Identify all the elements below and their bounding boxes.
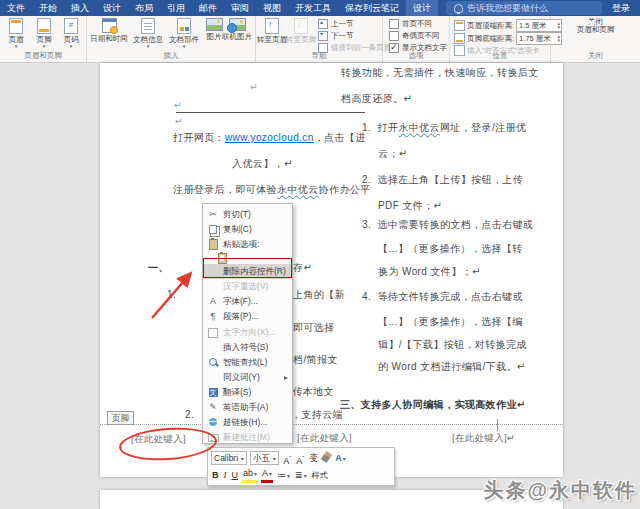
doc-right-item-1: 1. 打开永中优云网址，登录/注册优 (362, 121, 526, 135)
clipboard-icon (206, 237, 220, 252)
previous-section-button[interactable]: 上一节 (318, 19, 354, 29)
quick-parts-button[interactable]: 文档部件 (167, 18, 201, 48)
go-to-footer-icon (294, 18, 308, 34)
group-label-insert: 插入 (87, 51, 255, 61)
footer-placeholder-right[interactable]: [在此处键入]↵ (452, 432, 515, 445)
footer-button[interactable]: 页脚 (29, 18, 59, 48)
group-navigation: 转至页眉 转至页脚 上一节 下一节 链接到前一条页眉 导航 (256, 16, 383, 62)
menu-item-translate[interactable]: 文 翻译(S) (203, 385, 292, 400)
menu-item-text-direction[interactable]: 文字方向(X)... (203, 325, 292, 340)
tab-header-footer-design-active[interactable]: 设计 (406, 0, 438, 16)
group-header-footer: 页眉 页脚 页码 页眉和页脚 (0, 16, 87, 62)
menu-item-cut[interactable]: ✂ 剪切(T) (203, 207, 292, 222)
document-info-button[interactable]: 文档信息 (131, 18, 165, 48)
group-label-position: 位置 (450, 51, 550, 61)
tell-me-label: 告诉我您想要做什么 (467, 2, 548, 15)
tab-mailings[interactable]: 邮件 (192, 0, 224, 16)
doc-right-item-4-line-3: 辑】/【下载】按钮，对转换完成 (378, 338, 527, 352)
page-number-button[interactable]: 页码 (56, 18, 86, 48)
font-name-select[interactable]: Calibri (211, 451, 247, 465)
header-button[interactable]: 页眉 (1, 18, 31, 48)
tab-developer[interactable]: 开发工具 (288, 0, 338, 16)
tab-save-to-cloud-notes[interactable]: 保存到云笔记 (338, 0, 406, 16)
bullet-list-button[interactable]: ≔ (276, 469, 291, 482)
styles-button[interactable]: 样式 (311, 469, 329, 482)
go-to-header-button[interactable]: 转至页眉 (257, 18, 287, 44)
online-pictures-button[interactable]: 联机图片 (220, 18, 254, 41)
shrink-font-button[interactable]: Aˇ (295, 452, 305, 465)
bold-button[interactable]: B (211, 469, 220, 482)
different-odd-even-checkbox[interactable]: 奇偶页不同 (389, 31, 440, 41)
menu-item-smart-lookup[interactable]: 智能查找(L) (203, 355, 292, 370)
footer-boundary-line (100, 424, 563, 425)
translate-icon: 文 (206, 385, 220, 400)
underline-rule (176, 112, 365, 113)
footer-placeholder-center[interactable]: [在此处键入] (297, 432, 352, 445)
grow-font-button[interactable]: Aˆ (282, 452, 292, 465)
tab-insert[interactable]: 插入 (64, 0, 96, 16)
doc-heading-3: 三、支持多人协同编辑，实现高效作业↵ (340, 398, 526, 412)
menu-item-hanzi-reselect[interactable]: 汉字重选(V) (203, 279, 292, 294)
font-size-select[interactable]: 小五 (250, 451, 279, 465)
menu-item-insert-symbol[interactable]: 插入符号(S) (203, 340, 292, 355)
font-icon: A (206, 294, 220, 309)
date-time-button[interactable]: 日期和时间 (89, 18, 129, 43)
different-first-page-checkbox[interactable]: 首页不同 (389, 19, 432, 29)
font-color-button[interactable]: A (261, 467, 273, 483)
header-distance-icon (454, 20, 465, 31)
text-cursor (497, 419, 498, 431)
format-painter-button[interactable] (322, 452, 331, 465)
go-to-footer-button[interactable]: 转至页脚 (286, 18, 316, 44)
app-window: 文件 开始 插入 设计 布局 引用 邮件 审阅 视图 开发工具 保存到云笔记 设… (0, 0, 640, 509)
scissors-icon: ✂ (206, 207, 220, 222)
footer-tag: 页脚 (107, 411, 134, 425)
wavy-underline-text: 永中优云 (277, 184, 319, 195)
numbered-list-button[interactable]: ≣ (294, 469, 308, 482)
doc-right-item-2: 2. 选择左上角【上传】按钮，上传 (362, 173, 523, 187)
doc-fragment: 档/简报文 (293, 353, 338, 367)
menu-item-font[interactable]: A 字体(F)... (203, 294, 292, 309)
close-header-footer-button[interactable]: 关闭 页眉和页脚 (566, 18, 626, 34)
menu-item-synonyms[interactable]: 同义词(Y) (203, 370, 292, 385)
date-time-icon (102, 18, 117, 33)
copy-icon (206, 222, 220, 237)
underline-button[interactable]: U (231, 469, 240, 482)
mini-toolbar: Calibri 小五 Aˆ Aˇ 变 A B I U ab A ≔ ≣ 样式 (207, 447, 395, 486)
next-section-button[interactable]: 下一节 (318, 31, 354, 41)
paragraph-mark: ↵ (174, 100, 182, 110)
checkbox-icon (389, 31, 399, 41)
tab-home[interactable]: 开始 (32, 0, 64, 16)
ribbon-tab-bar: 文件 开始 插入 设计 布局 引用 邮件 审阅 视图 开发工具 保存到云笔记 设… (0, 0, 640, 16)
tab-view[interactable]: 视图 (256, 0, 288, 16)
tab-layout[interactable]: 布局 (128, 0, 160, 16)
yozocloud-hyperlink[interactable]: www.yozocloud.cn (225, 132, 314, 143)
italic-button[interactable]: I (223, 469, 228, 482)
doc-fragment: 即可选择 (293, 321, 335, 335)
phonetic-guide-button[interactable]: 变 (308, 452, 319, 465)
doc-right-item-3-line-3: 换为 Word 文件】；↵ (378, 265, 481, 279)
watermark: 头条@永中软件 (483, 477, 637, 504)
menu-item-english-assistant[interactable]: ✎ 英语助手(A) (203, 400, 292, 415)
footer-distance-icon (454, 33, 465, 44)
group-insert: 日期和时间 文档信息 文档部件 图片 联机图片 插入 (87, 16, 256, 62)
tell-me-box[interactable]: 告诉我您想要做什么 (446, 1, 602, 15)
tab-review[interactable]: 审阅 (224, 0, 256, 16)
tab-references[interactable]: 引用 (160, 0, 192, 16)
text-highlight-button[interactable]: ab (242, 467, 258, 483)
tab-file[interactable]: 文件 (0, 0, 32, 16)
menu-item-paragraph[interactable]: ¶ 段落(P)... (203, 309, 292, 324)
tab-design[interactable]: 设计 (96, 0, 128, 16)
group-options: 首页不同 奇偶页不同 显示文档文字 选项 (383, 16, 450, 62)
doc-right-para-1: 转换功能，无需插件，快速响应，转换后文 (341, 66, 539, 80)
doc-list-marker: 2. (185, 409, 194, 420)
text-effects-button[interactable]: A (334, 452, 347, 465)
group-label-header-footer: 页眉和页脚 (0, 51, 86, 61)
menu-item-hyperlink[interactable]: 超链接(H)... (203, 415, 292, 430)
magnifier-icon (206, 355, 220, 370)
previous-section-icon (318, 19, 328, 29)
group-label-navigation: 导航 (256, 51, 382, 61)
login-button[interactable]: 登录 (602, 0, 640, 16)
menu-item-copy[interactable]: 复制(C) (203, 222, 292, 237)
brush-icon (321, 450, 332, 462)
doc-right-item-1-line-2: 云；↵ (378, 147, 408, 161)
